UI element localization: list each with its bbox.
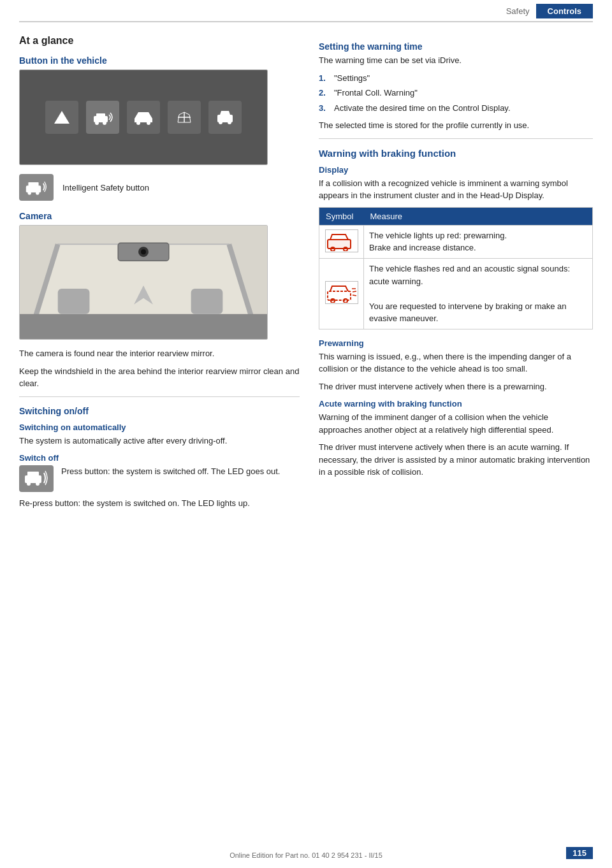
step-1: 1. "Settings" bbox=[319, 72, 593, 85]
svg-rect-13 bbox=[28, 182, 38, 187]
step-1-text: "Settings" bbox=[334, 72, 370, 85]
left-column: At a glance Button in the vehicle bbox=[19, 35, 300, 515]
switching-auto-para: The system is automatically active after… bbox=[19, 435, 300, 447]
svg-rect-2 bbox=[96, 113, 105, 117]
svg-rect-31 bbox=[328, 240, 351, 249]
svg-point-3 bbox=[95, 121, 99, 125]
acute-para1: Warning of the imminent danger of a coll… bbox=[319, 411, 593, 436]
car-warning-icon-2 bbox=[325, 281, 358, 304]
table-header-symbol: Symbol bbox=[319, 207, 364, 225]
svg-line-37 bbox=[353, 295, 356, 296]
svg-rect-25 bbox=[27, 472, 39, 477]
camera-para1: The camera is found near the interior re… bbox=[19, 347, 300, 360]
measure-2-line2: You are requested to intervene by brakin… bbox=[369, 301, 567, 324]
svg-line-36 bbox=[353, 291, 356, 292]
camera-image-inner bbox=[20, 226, 267, 339]
switch-off-row: Press button: the system is switched off… bbox=[19, 465, 300, 492]
svg-point-26 bbox=[27, 482, 31, 486]
step-3-num: 3. bbox=[319, 102, 329, 115]
step-3-text: Activate the desired time on the Control… bbox=[334, 102, 511, 115]
numbered-list: 1. "Settings" 2. "Frontal Coll. Warning"… bbox=[319, 72, 593, 115]
car-buttons-image-inner bbox=[20, 70, 267, 164]
setting-warning-time-title: Setting the warning time bbox=[319, 41, 593, 52]
setting-para: The warning time can be set via iDrive. bbox=[319, 54, 593, 67]
at-a-glance-title: At a glance bbox=[19, 35, 300, 47]
warning-braking-title: Warning with braking function bbox=[319, 148, 593, 159]
switch-off-icon bbox=[19, 465, 54, 492]
svg-point-15 bbox=[36, 191, 39, 194]
table-row-2-measure: The vehicle flashes red and an acoustic … bbox=[364, 259, 593, 329]
display-label: Display bbox=[319, 165, 593, 175]
main-content: At a glance Button in the vehicle bbox=[0, 22, 612, 528]
button-in-vehicle-title: Button in the vehicle bbox=[19, 55, 300, 66]
display-para: If a collision with a recognized vehicle… bbox=[319, 177, 593, 202]
measure-1-line2: Brake and increase distance. bbox=[369, 243, 476, 252]
switching-on-auto-title: Switching on automatically bbox=[19, 423, 300, 432]
camera-image bbox=[19, 225, 268, 340]
svg-point-27 bbox=[36, 482, 40, 486]
svg-point-4 bbox=[103, 121, 106, 125]
switch-off-para: Press button: the system is switched off… bbox=[61, 465, 280, 478]
acute-warning-label: Acute warning with braking function bbox=[319, 399, 593, 409]
isb-icon bbox=[19, 174, 54, 201]
prewarning-para2: The driver must intervene actively when … bbox=[319, 380, 593, 393]
footer: Online Edition for Part no. 01 40 2 954 … bbox=[0, 851, 612, 859]
header-safety-label: Safety bbox=[506, 6, 530, 16]
selected-time-para: The selected time is stored for the prof… bbox=[319, 119, 593, 132]
table-row-1-measure: The vehicle lights up red: prewarning. B… bbox=[364, 225, 593, 259]
isb-label: Intelligent Safety button bbox=[62, 183, 149, 192]
measure-1-line1: The vehicle lights up red: prewarning. bbox=[369, 231, 507, 240]
svg-point-34 bbox=[344, 299, 347, 303]
table-row-2: The vehicle flashes red and an acoustic … bbox=[319, 259, 593, 329]
svg-point-6 bbox=[147, 121, 150, 125]
camera-para2: Keep the windshield in the area behind t… bbox=[19, 365, 300, 390]
svg-point-10 bbox=[219, 120, 222, 124]
header-controls-label: Controls bbox=[536, 4, 593, 18]
measure-2-line1: The vehicle flashes red and an acoustic … bbox=[369, 264, 570, 286]
svg-rect-21 bbox=[58, 289, 90, 314]
svg-rect-20 bbox=[20, 314, 267, 340]
camera-title: Camera bbox=[19, 211, 300, 221]
switching-on-off-title: Switching on/off bbox=[19, 406, 300, 416]
car-buttons-image bbox=[19, 69, 268, 165]
page-header: Safety Controls bbox=[19, 0, 593, 22]
isb-row: Intelligent Safety button bbox=[19, 174, 300, 201]
acute-para2: The driver must intervene actively when … bbox=[319, 441, 593, 479]
step-2-text: "Frontal Coll. Warning" bbox=[334, 87, 418, 99]
step-1-num: 1. bbox=[319, 72, 329, 85]
table-header-measure: Measure bbox=[364, 207, 593, 225]
prewarning-label: Prewarning bbox=[319, 338, 593, 348]
svg-rect-32 bbox=[328, 291, 351, 300]
svg-rect-22 bbox=[191, 289, 223, 314]
warning-table: Symbol Measure bbox=[319, 207, 593, 329]
svg-point-19 bbox=[141, 249, 146, 254]
svg-rect-0 bbox=[60, 120, 64, 124]
page-number: 115 bbox=[566, 847, 593, 859]
right-column: Setting the warning time The warning tim… bbox=[319, 35, 593, 515]
step-2: 2. "Frontal Coll. Warning" bbox=[319, 87, 593, 99]
svg-point-14 bbox=[28, 191, 31, 194]
switch-off-title: Switch off bbox=[19, 453, 300, 463]
step-3: 3. Activate the desired time on the Cont… bbox=[319, 102, 593, 115]
prewarning-para1: This warning is issued, e.g., when there… bbox=[319, 351, 593, 375]
svg-point-11 bbox=[228, 120, 231, 124]
table-row-1-icon bbox=[319, 225, 364, 259]
svg-point-5 bbox=[136, 121, 140, 125]
repress-para: Re-press button: the system is switched … bbox=[19, 497, 300, 510]
table-row-1: The vehicle lights up red: prewarning. B… bbox=[319, 225, 593, 259]
car-warning-icon-1 bbox=[325, 229, 358, 252]
step-2-num: 2. bbox=[319, 87, 329, 99]
table-row-2-icon bbox=[319, 259, 364, 329]
footer-text: Online Edition for Part no. 01 40 2 954 … bbox=[229, 851, 382, 859]
